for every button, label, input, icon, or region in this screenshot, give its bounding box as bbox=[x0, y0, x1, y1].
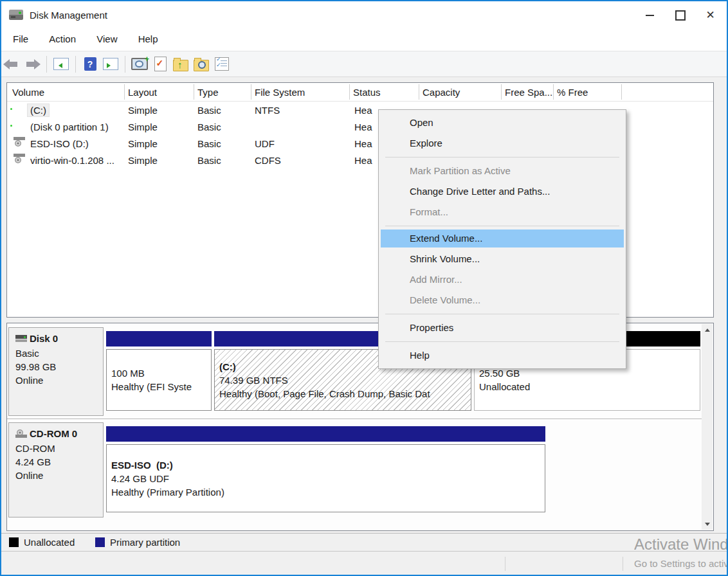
app-disk-icon bbox=[9, 10, 23, 20]
column-separator[interactable] bbox=[349, 84, 350, 100]
partition-details: ESD-ISO (D:) 4.24 GB UDF Healthy (Primar… bbox=[106, 444, 545, 512]
maximize-button[interactable] bbox=[665, 1, 695, 29]
column-separator[interactable] bbox=[194, 84, 194, 100]
menu-item-properties[interactable]: Properties bbox=[379, 318, 626, 338]
cell-file-system: NTFS bbox=[255, 105, 280, 116]
menu-separator bbox=[385, 314, 619, 314]
disk0-info-box[interactable]: Disk 0 Basic 99.98 GB Online bbox=[8, 327, 104, 416]
disk-icon bbox=[15, 335, 27, 342]
partition-details: 100 MB Healthy (EFI Syste bbox=[106, 349, 212, 411]
status-bar-divider bbox=[505, 557, 505, 571]
partition-status: Healthy (Primary Partition) bbox=[111, 485, 545, 499]
close-button[interactable]: ✕ bbox=[695, 1, 725, 29]
column-separator[interactable] bbox=[553, 84, 554, 100]
cd-icon bbox=[15, 429, 27, 438]
menu-item-explore[interactable]: Explore bbox=[379, 133, 626, 154]
cell-layout: Simple bbox=[128, 138, 158, 149]
minimize-button[interactable] bbox=[635, 1, 665, 29]
disk-kind: CD-ROM bbox=[15, 442, 103, 455]
menu-help[interactable]: Help bbox=[138, 29, 158, 49]
partition-esd-iso[interactable]: ESD-ISO (D:) 4.24 GB UDF Healthy (Primar… bbox=[106, 426, 545, 514]
cell-type: Basic bbox=[197, 155, 221, 166]
volume-name: ESD-ISO (D:) bbox=[30, 138, 89, 149]
scroll-down-button[interactable] bbox=[702, 519, 713, 530]
scroll-up-button[interactable] bbox=[702, 324, 713, 335]
toolbar-separator bbox=[125, 56, 125, 73]
col-status[interactable]: Status bbox=[353, 87, 381, 98]
column-separator[interactable] bbox=[124, 84, 125, 100]
console-tree-button[interactable] bbox=[51, 55, 71, 74]
column-separator[interactable] bbox=[621, 84, 622, 100]
menu-view[interactable]: View bbox=[96, 29, 117, 49]
minimize-icon bbox=[646, 15, 654, 16]
restore-button[interactable] bbox=[170, 55, 191, 74]
tasks-button[interactable] bbox=[212, 55, 232, 74]
col-layout[interactable]: Layout bbox=[128, 87, 157, 98]
disk-name: Disk 0 bbox=[30, 333, 58, 344]
volume-context-menu: Open Explore Mark Partition as Active Ch… bbox=[378, 109, 626, 369]
rescan-disks-button[interactable] bbox=[129, 55, 150, 74]
cell-layout: Simple bbox=[128, 155, 158, 166]
column-separator[interactable] bbox=[501, 84, 502, 100]
explore-button[interactable] bbox=[191, 55, 212, 74]
menu-file[interactable]: File bbox=[13, 29, 28, 49]
cdrom0-info-box[interactable]: CD-ROM 0 CD-ROM 4.24 GB Online bbox=[8, 422, 104, 518]
primary-partition-bar bbox=[106, 426, 545, 442]
cell-status: Hea bbox=[354, 122, 372, 132]
col-type[interactable]: Type bbox=[197, 87, 219, 98]
tasks-checklist-icon bbox=[215, 57, 229, 71]
disk-kind: Basic bbox=[15, 346, 103, 360]
status-bar-divider bbox=[623, 557, 623, 571]
title-bar[interactable]: Disk Management ✕ bbox=[1, 1, 727, 29]
close-icon: ✕ bbox=[705, 10, 714, 21]
volume-name: (Disk 0 partition 1) bbox=[30, 122, 109, 132]
back-button[interactable] bbox=[1, 55, 22, 74]
menu-item-extend-volume[interactable]: Extend Volume... bbox=[381, 230, 624, 248]
disk-size: 99.98 GB bbox=[15, 360, 103, 374]
disk-row-divider bbox=[7, 419, 702, 419]
menu-item-add-mirror: Add Mirror... bbox=[379, 269, 626, 290]
menu-item-change-drive-letter[interactable]: Change Drive Letter and Paths... bbox=[379, 181, 626, 202]
forward-button[interactable] bbox=[22, 55, 42, 74]
disk-management-window: Disk Management ✕ File Action View Help … bbox=[0, 0, 728, 576]
volume-name: virtio-win-0.1.208 ... bbox=[30, 155, 114, 166]
forward-icon bbox=[24, 59, 41, 69]
action-pane-button[interactable] bbox=[100, 55, 121, 74]
partition-efi-system[interactable]: 100 MB Healthy (EFI Syste bbox=[106, 331, 212, 412]
primary-partition-color-swatch bbox=[95, 537, 105, 547]
unallocated-color-swatch bbox=[9, 537, 19, 547]
volume-name: (C:) bbox=[28, 104, 49, 116]
column-separator[interactable] bbox=[419, 84, 419, 100]
folder-up-icon bbox=[173, 60, 188, 71]
cell-status: Hea bbox=[354, 105, 372, 116]
cell-type: Basic bbox=[197, 105, 221, 116]
help-icon: ? bbox=[84, 57, 96, 71]
column-separator[interactable] bbox=[251, 84, 251, 100]
menu-separator bbox=[385, 226, 619, 226]
col-capacity[interactable]: Capacity bbox=[423, 87, 460, 98]
disk-status: Online bbox=[15, 469, 103, 482]
cell-type: Basic bbox=[197, 138, 221, 149]
menu-separator bbox=[385, 341, 619, 342]
col-free-space[interactable]: Free Spa... bbox=[505, 87, 552, 98]
check-disk-button[interactable] bbox=[150, 55, 170, 74]
vertical-scrollbar[interactable] bbox=[702, 324, 713, 530]
toolbar-separator bbox=[46, 56, 47, 73]
cell-status: Hea bbox=[354, 155, 372, 166]
menu-separator bbox=[385, 157, 619, 158]
menu-action[interactable]: Action bbox=[49, 29, 76, 49]
menu-item-open[interactable]: Open bbox=[379, 113, 626, 133]
menu-item-shrink-volume[interactable]: Shrink Volume... bbox=[379, 249, 626, 269]
partition-status: Unallocated bbox=[479, 380, 700, 393]
col-volume[interactable]: Volume bbox=[12, 87, 44, 98]
help-button[interactable]: ? bbox=[80, 55, 100, 74]
col-pct-free[interactable]: % Free bbox=[557, 87, 588, 98]
disk-name: CD-ROM 0 bbox=[30, 428, 77, 439]
cell-layout: Simple bbox=[128, 122, 158, 132]
cdrom0-row: CD-ROM 0 CD-ROM 4.24 GB Online ESD-ISO (… bbox=[7, 421, 702, 519]
col-file-system[interactable]: File System bbox=[255, 87, 305, 98]
check-document-icon bbox=[154, 57, 167, 71]
menu-item-format: Format... bbox=[379, 202, 626, 222]
status-bar bbox=[1, 551, 727, 575]
menu-item-help[interactable]: Help bbox=[379, 345, 626, 366]
